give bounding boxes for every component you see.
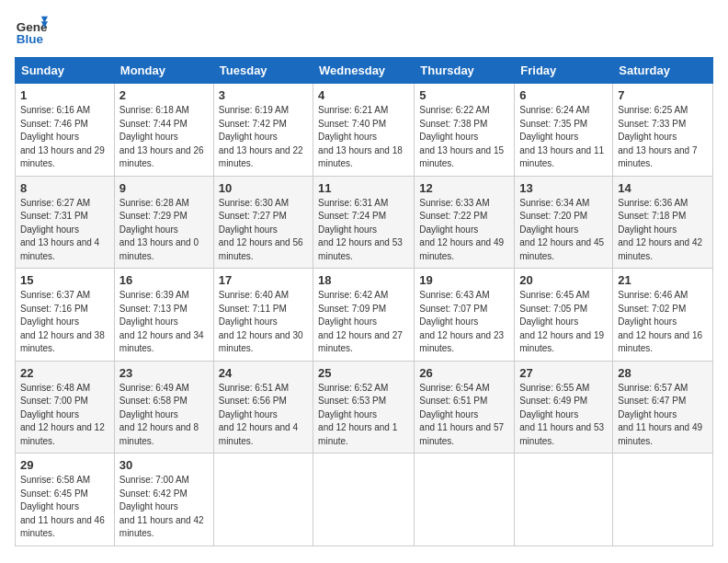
day-info: Sunrise: 6:55 AMSunset: 6:49 PMDaylight …: [519, 383, 604, 446]
day-number: 7: [618, 88, 708, 102]
day-info: Sunrise: 6:33 AMSunset: 7:22 PMDaylight …: [419, 198, 504, 261]
day-info: Sunrise: 6:22 AMSunset: 7:38 PMDaylight …: [419, 105, 504, 168]
calendar-cell: 20 Sunrise: 6:45 AMSunset: 7:05 PMDaylig…: [515, 269, 613, 362]
calendar-cell: 19 Sunrise: 6:43 AMSunset: 7:07 PMDaylig…: [415, 269, 515, 362]
calendar-cell: 29 Sunrise: 6:58 AMSunset: 6:45 PMDaylig…: [16, 454, 115, 546]
day-info: Sunrise: 6:31 AMSunset: 7:24 PMDaylight …: [318, 198, 403, 261]
day-info: Sunrise: 6:18 AMSunset: 7:44 PMDaylight …: [119, 105, 204, 168]
calendar-cell: 8 Sunrise: 6:27 AMSunset: 7:31 PMDayligh…: [16, 176, 115, 269]
calendar-cell: 12 Sunrise: 6:33 AMSunset: 7:22 PMDaylig…: [415, 176, 515, 269]
calendar-cell: 5 Sunrise: 6:22 AMSunset: 7:38 PMDayligh…: [415, 84, 515, 177]
day-info: Sunrise: 6:40 AMSunset: 7:11 PMDaylight …: [219, 290, 303, 353]
day-info: Sunrise: 7:00 AMSunset: 6:42 PMDaylight …: [119, 475, 204, 538]
day-info: Sunrise: 6:34 AMSunset: 7:20 PMDaylight …: [519, 198, 604, 261]
calendar-week-2: 15 Sunrise: 6:37 AMSunset: 7:16 PMDaylig…: [16, 269, 713, 362]
calendar-cell: 9 Sunrise: 6:28 AMSunset: 7:29 PMDayligh…: [114, 176, 213, 269]
day-number: 20: [519, 273, 608, 287]
calendar-cell: 22 Sunrise: 6:48 AMSunset: 7:00 PMDaylig…: [16, 361, 115, 454]
day-number: 16: [119, 273, 209, 287]
calendar-cell: 13 Sunrise: 6:34 AMSunset: 7:20 PMDaylig…: [515, 176, 613, 269]
calendar-cell: 2 Sunrise: 6:18 AMSunset: 7:44 PMDayligh…: [114, 84, 213, 177]
calendar-cell: 27 Sunrise: 6:55 AMSunset: 6:49 PMDaylig…: [515, 361, 613, 454]
day-number: 4: [318, 88, 409, 102]
day-number: 25: [318, 366, 409, 380]
svg-text:Blue: Blue: [17, 32, 44, 46]
day-info: Sunrise: 6:24 AMSunset: 7:35 PMDaylight …: [519, 105, 604, 168]
calendar-cell: 1 Sunrise: 6:16 AMSunset: 7:46 PMDayligh…: [16, 84, 115, 177]
header-cell-thursday: Thursday: [415, 58, 515, 84]
calendar-cell: 15 Sunrise: 6:37 AMSunset: 7:16 PMDaylig…: [16, 269, 115, 362]
day-number: 10: [219, 181, 308, 195]
calendar-cell: 17 Sunrise: 6:40 AMSunset: 7:11 PMDaylig…: [213, 269, 313, 362]
day-info: Sunrise: 6:25 AMSunset: 7:33 PMDaylight …: [618, 105, 697, 168]
calendar-cell: 16 Sunrise: 6:39 AMSunset: 7:13 PMDaylig…: [114, 269, 213, 362]
day-info: Sunrise: 6:57 AMSunset: 6:47 PMDaylight …: [618, 383, 702, 446]
calendar-week-3: 22 Sunrise: 6:48 AMSunset: 7:00 PMDaylig…: [16, 361, 713, 454]
calendar-cell: 28 Sunrise: 6:57 AMSunset: 6:47 PMDaylig…: [613, 361, 713, 454]
calendar-cell: [415, 454, 515, 546]
logo-icon: General Blue: [15, 15, 48, 48]
day-number: 26: [419, 366, 509, 380]
calendar-cell: 6 Sunrise: 6:24 AMSunset: 7:35 PMDayligh…: [515, 84, 613, 177]
calendar-cell: [515, 454, 613, 546]
day-number: 9: [119, 181, 209, 195]
calendar-cell: 25 Sunrise: 6:52 AMSunset: 6:53 PMDaylig…: [313, 361, 415, 454]
header-cell-monday: Monday: [114, 58, 213, 84]
calendar-cell: 30 Sunrise: 7:00 AMSunset: 6:42 PMDaylig…: [114, 454, 213, 546]
day-info: Sunrise: 6:51 AMSunset: 6:56 PMDaylight …: [219, 383, 298, 446]
day-info: Sunrise: 6:16 AMSunset: 7:46 PMDaylight …: [20, 105, 105, 168]
calendar-cell: 10 Sunrise: 6:30 AMSunset: 7:27 PMDaylig…: [213, 176, 313, 269]
header: General Blue: [15, 15, 713, 48]
calendar-cell: [213, 454, 313, 546]
day-info: Sunrise: 6:36 AMSunset: 7:18 PMDaylight …: [618, 198, 702, 261]
day-number: 1: [20, 88, 109, 102]
header-cell-saturday: Saturday: [613, 58, 713, 84]
day-number: 8: [20, 181, 109, 195]
header-cell-friday: Friday: [515, 58, 613, 84]
calendar-cell: 24 Sunrise: 6:51 AMSunset: 6:56 PMDaylig…: [213, 361, 313, 454]
calendar: SundayMondayTuesdayWednesdayThursdayFrid…: [15, 57, 713, 546]
calendar-cell: 23 Sunrise: 6:49 AMSunset: 6:58 PMDaylig…: [114, 361, 213, 454]
calendar-cell: 21 Sunrise: 6:46 AMSunset: 7:02 PMDaylig…: [613, 269, 713, 362]
day-number: 30: [119, 458, 209, 472]
day-info: Sunrise: 6:46 AMSunset: 7:02 PMDaylight …: [618, 290, 702, 353]
logo: General Blue: [15, 15, 51, 48]
day-number: 24: [219, 366, 308, 380]
day-info: Sunrise: 6:19 AMSunset: 7:42 PMDaylight …: [219, 105, 303, 168]
calendar-cell: 11 Sunrise: 6:31 AMSunset: 7:24 PMDaylig…: [313, 176, 415, 269]
day-info: Sunrise: 6:43 AMSunset: 7:07 PMDaylight …: [419, 290, 504, 353]
day-number: 28: [618, 366, 708, 380]
calendar-week-4: 29 Sunrise: 6:58 AMSunset: 6:45 PMDaylig…: [16, 454, 713, 546]
day-number: 29: [20, 458, 109, 472]
calendar-cell: 3 Sunrise: 6:19 AMSunset: 7:42 PMDayligh…: [213, 84, 313, 177]
calendar-body: 1 Sunrise: 6:16 AMSunset: 7:46 PMDayligh…: [16, 84, 713, 546]
calendar-cell: 4 Sunrise: 6:21 AMSunset: 7:40 PMDayligh…: [313, 84, 415, 177]
day-info: Sunrise: 6:45 AMSunset: 7:05 PMDaylight …: [519, 290, 604, 353]
calendar-cell: 7 Sunrise: 6:25 AMSunset: 7:33 PMDayligh…: [613, 84, 713, 177]
day-info: Sunrise: 6:21 AMSunset: 7:40 PMDaylight …: [318, 105, 403, 168]
day-info: Sunrise: 6:52 AMSunset: 6:53 PMDaylight …: [318, 383, 397, 446]
calendar-week-0: 1 Sunrise: 6:16 AMSunset: 7:46 PMDayligh…: [16, 84, 713, 177]
calendar-cell: 18 Sunrise: 6:42 AMSunset: 7:09 PMDaylig…: [313, 269, 415, 362]
calendar-cell: 26 Sunrise: 6:54 AMSunset: 6:51 PMDaylig…: [415, 361, 515, 454]
day-info: Sunrise: 6:39 AMSunset: 7:13 PMDaylight …: [119, 290, 204, 353]
header-cell-sunday: Sunday: [16, 58, 115, 84]
day-info: Sunrise: 6:42 AMSunset: 7:09 PMDaylight …: [318, 290, 403, 353]
day-number: 27: [519, 366, 608, 380]
day-info: Sunrise: 6:58 AMSunset: 6:45 PMDaylight …: [20, 475, 105, 538]
day-info: Sunrise: 6:49 AMSunset: 6:58 PMDaylight …: [119, 383, 199, 446]
day-number: 3: [219, 88, 308, 102]
day-number: 2: [119, 88, 209, 102]
day-number: 12: [419, 181, 509, 195]
header-cell-wednesday: Wednesday: [313, 58, 415, 84]
day-number: 19: [419, 273, 509, 287]
day-number: 14: [618, 181, 708, 195]
calendar-cell: [613, 454, 713, 546]
day-info: Sunrise: 6:48 AMSunset: 7:00 PMDaylight …: [20, 383, 105, 446]
day-info: Sunrise: 6:54 AMSunset: 6:51 PMDaylight …: [419, 383, 504, 446]
header-cell-tuesday: Tuesday: [213, 58, 313, 84]
day-info: Sunrise: 6:30 AMSunset: 7:27 PMDaylight …: [219, 198, 303, 261]
day-number: 21: [618, 273, 708, 287]
calendar-cell: [313, 454, 415, 546]
day-number: 23: [119, 366, 209, 380]
